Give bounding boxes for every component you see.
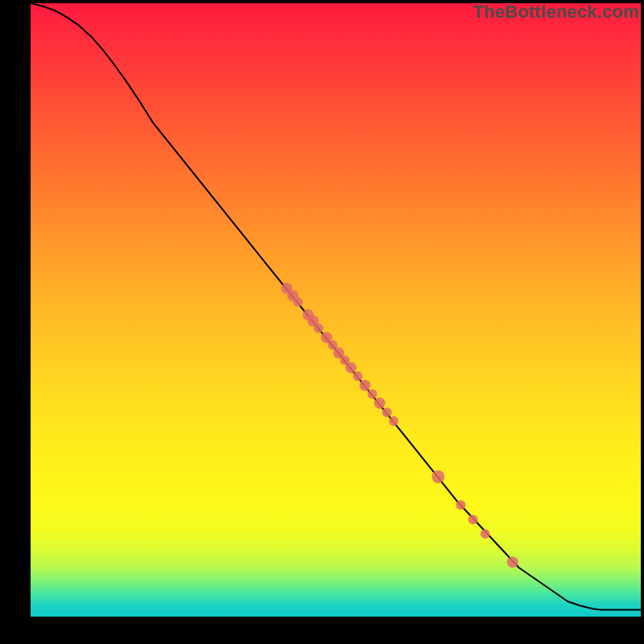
data-point <box>367 389 377 398</box>
data-point <box>507 556 518 568</box>
data-point <box>431 470 444 483</box>
data-point <box>481 529 490 539</box>
data-point <box>374 398 386 409</box>
data-point <box>382 407 392 417</box>
plot-area <box>31 3 641 617</box>
data-point <box>353 371 362 381</box>
data-point <box>314 324 324 333</box>
chart-stage: TheBottleneck.com <box>0 0 644 644</box>
data-point <box>359 380 370 391</box>
data-point <box>293 297 303 307</box>
data-point <box>456 500 465 510</box>
data-point <box>389 416 398 426</box>
chart-svg <box>31 3 641 617</box>
watermark-text: TheBottleneck.com <box>473 2 639 23</box>
curve-path <box>31 3 641 610</box>
data-point <box>345 362 357 374</box>
data-point <box>469 515 478 525</box>
